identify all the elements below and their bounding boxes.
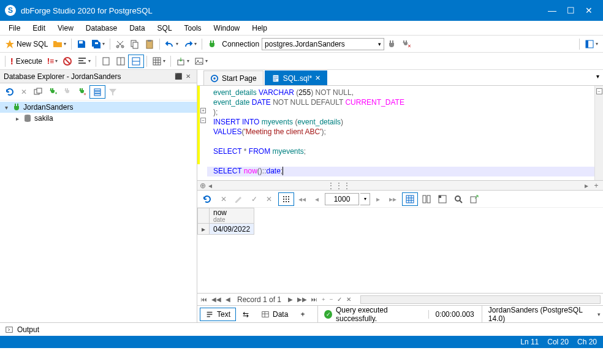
nav-cancel-icon[interactable]: ✕	[345, 296, 352, 303]
minimize-button[interactable]: —	[543, 4, 561, 17]
card-view-button[interactable]	[419, 192, 434, 206]
fold-minus-icon[interactable]: −	[200, 118, 206, 123]
expand-icon[interactable]: ▸	[13, 115, 21, 122]
menu-edit[interactable]: Edit	[26, 22, 51, 34]
show-all-button[interactable]	[89, 85, 105, 99]
status-chevron-icon[interactable]: ▾	[597, 311, 601, 317]
stop-button[interactable]	[60, 55, 75, 68]
scroll-right-icon[interactable]: ▸	[582, 181, 591, 190]
execute-button[interactable]: ! Execute	[8, 55, 45, 68]
page-size-input[interactable]	[325, 193, 359, 205]
delete-button[interactable]: ✕	[17, 85, 31, 99]
menu-data[interactable]: Data	[123, 22, 151, 34]
editor-line[interactable]	[207, 157, 594, 167]
cancel-results-button[interactable]: ✕	[217, 192, 230, 206]
new-connection-button[interactable]	[45, 85, 60, 99]
close-tab-icon[interactable]: ✕	[315, 74, 320, 82]
cell-value[interactable]: 04/09/2022	[210, 224, 254, 235]
close-panel-icon[interactable]: ✕	[183, 72, 193, 82]
nav-add-icon[interactable]: +	[320, 296, 327, 303]
paste-button[interactable]	[142, 37, 157, 51]
toggle-3-button[interactable]	[128, 55, 144, 68]
swap-view-tab[interactable]: ⇆	[237, 308, 254, 321]
grid-mode-button[interactable]	[150, 55, 168, 68]
undo-button[interactable]	[162, 37, 181, 51]
save-button[interactable]	[74, 37, 89, 51]
tab-sql-file[interactable]: SQL.sql* ✕	[265, 70, 327, 85]
tree-node-server[interactable]: ▾ JordanSanders	[0, 102, 197, 113]
disconnect-all-button[interactable]	[399, 37, 414, 51]
tab-overflow-button[interactable]: ▾	[596, 73, 599, 80]
format-button[interactable]	[75, 55, 93, 68]
refresh-results-button[interactable]	[200, 192, 214, 206]
tab-start-page[interactable]: Start Page	[203, 70, 264, 85]
add-view-tab[interactable]: +	[295, 308, 310, 321]
new-sql-button[interactable]: New SQL	[2, 37, 50, 51]
overview-down-icon[interactable]: +	[592, 181, 601, 190]
tree-node-db[interactable]: ▸ sakila	[0, 113, 197, 124]
connection-select[interactable]: postgres.JordanSanders ▾	[262, 38, 384, 50]
toggle-2-button[interactable]	[113, 55, 128, 68]
nav-next-icon[interactable]: ▶	[287, 296, 294, 303]
connect-button[interactable]	[205, 37, 219, 51]
results-grid[interactable]: now date ▸ 04/09/2022	[197, 208, 603, 293]
nav-next-page-icon[interactable]: ▶▶	[296, 296, 308, 303]
export-results-button[interactable]	[467, 192, 482, 206]
menu-sql[interactable]: SQL	[151, 22, 178, 34]
editor-line[interactable]: VALUES('Meeting the client ABC');	[207, 127, 594, 137]
new-window-button[interactable]	[31, 85, 45, 99]
close-button[interactable]: ✕	[580, 4, 598, 17]
output-bar[interactable]: Output	[0, 322, 603, 336]
refresh-button[interactable]	[2, 85, 17, 99]
remove-connection-button[interactable]	[75, 85, 89, 99]
layout-button[interactable]	[582, 37, 601, 51]
filter-button[interactable]	[105, 85, 120, 99]
maximize-button[interactable]: ☐	[561, 4, 580, 17]
menu-help[interactable]: Help	[246, 22, 273, 34]
edit-row-button[interactable]	[232, 192, 246, 206]
copy-button[interactable]	[127, 37, 142, 51]
rollback-button[interactable]: ✕	[262, 192, 276, 206]
menu-view[interactable]: View	[51, 22, 80, 34]
editor-line[interactable]: SELECT now()::date;	[207, 167, 594, 176]
editor-line[interactable]	[207, 137, 594, 147]
toggle-1-button[interactable]	[99, 55, 113, 68]
editor-line[interactable]: event_details VARCHAR (255) NOT NULL,	[207, 88, 594, 98]
scroll-left-icon[interactable]: ◂	[208, 181, 212, 190]
prev-page-button[interactable]: ◂	[310, 192, 324, 206]
cut-button[interactable]	[113, 37, 127, 51]
edit-connection-button[interactable]	[60, 85, 75, 99]
nav-remove-icon[interactable]: −	[328, 296, 335, 303]
horizontal-scrollbar[interactable]	[360, 295, 601, 304]
image-button[interactable]	[192, 55, 210, 68]
first-page-button[interactable]: ◂◂	[295, 192, 309, 206]
fold-plus-icon[interactable]: +	[200, 108, 206, 113]
text-view-tab[interactable]: Text	[200, 308, 236, 321]
column-header[interactable]: now date	[210, 208, 254, 224]
editor-line[interactable]: );	[207, 108, 594, 118]
nav-last-icon[interactable]: ⏭	[310, 296, 319, 303]
disconnect-button[interactable]	[384, 37, 399, 51]
data-view-tab[interactable]: Data	[256, 308, 294, 321]
paged-mode-button[interactable]	[278, 192, 294, 206]
nav-prev-icon[interactable]: ◀	[224, 296, 232, 303]
editor-line[interactable]: INSERT INTO myevents (event_details)	[207, 118, 594, 127]
export-button[interactable]	[173, 55, 192, 68]
db-tree[interactable]: ▾ JordanSanders ▸ sakila	[0, 100, 197, 322]
editor-splitter[interactable]: ⊕ ◂ ⋮⋮⋮ ▸ +	[197, 181, 603, 191]
table-row[interactable]: ▸ 04/09/2022	[198, 224, 254, 235]
menu-file[interactable]: File	[2, 22, 26, 34]
commit-button[interactable]: ✓	[248, 192, 261, 206]
splitter-left-icon[interactable]: ⊕	[200, 181, 206, 190]
open-button[interactable]	[50, 37, 69, 51]
menu-tools[interactable]: Tools	[178, 22, 208, 34]
nav-commit-icon[interactable]: ✓	[336, 296, 343, 303]
nav-prev-page-icon[interactable]: ◀◀	[210, 296, 222, 303]
collapse-icon[interactable]: ▾	[2, 104, 10, 111]
chevron-down-icon[interactable]: ▾	[360, 193, 370, 205]
menu-window[interactable]: Window	[208, 22, 246, 34]
execute-options-button[interactable]: !≡	[45, 55, 60, 68]
editor-line[interactable]: SELECT * FROM myevents;	[207, 147, 594, 157]
sql-editor[interactable]: + − event_details VARCHAR (255) NOT NULL…	[197, 86, 594, 180]
grid-view-button[interactable]	[402, 192, 418, 206]
